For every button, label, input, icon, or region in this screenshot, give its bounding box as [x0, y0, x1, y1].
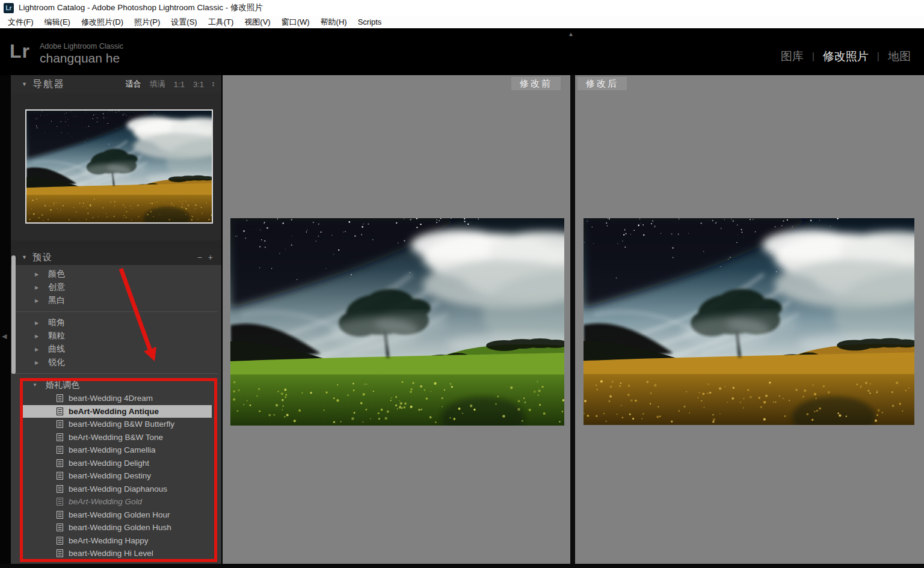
- bottom-panel-edge[interactable]: [0, 564, 924, 568]
- module-develop[interactable]: 修改照片: [821, 49, 871, 64]
- preset-item-3[interactable]: beArt-Wedding B&W Tone: [22, 431, 212, 444]
- preset-list-divider: [14, 373, 218, 374]
- preset-item-10[interactable]: beart-Wedding Golden Hush: [22, 521, 212, 534]
- collapsed-arrow-icon[interactable]: ▶: [35, 272, 48, 277]
- collapsed-arrow-icon[interactable]: ▶: [35, 320, 48, 326]
- preset-item-0[interactable]: beart-Wedding 4Dream: [22, 392, 212, 405]
- preset-item-1[interactable]: beArt-Wedding Antique: [22, 405, 212, 418]
- preset-groups-b: ▶暗角▶颗粒▶曲线▶锐化: [11, 316, 221, 369]
- menu-item-5[interactable]: 工具(T): [203, 17, 239, 28]
- preset-group-b-3[interactable]: ▶锐化: [11, 356, 221, 369]
- presets-title: 预设: [32, 252, 53, 263]
- collapsed-arrow-icon[interactable]: ▶: [35, 360, 48, 365]
- module-separator: |: [812, 51, 815, 62]
- preset-icon: [57, 420, 63, 428]
- module-separator: |: [877, 51, 879, 62]
- after-photo[interactable]: [584, 218, 914, 425]
- preset-folder-wedding[interactable]: ▼ 婚礼调色: [11, 378, 221, 392]
- remove-preset-button[interactable]: −: [197, 252, 202, 262]
- preset-item-label: beArt-Wedding Antique: [69, 407, 159, 416]
- menu-item-7[interactable]: 窗口(W): [276, 17, 315, 28]
- module-picker: 图库|修改照片|地图: [778, 49, 913, 64]
- preset-group-label: 创意: [48, 282, 65, 293]
- preset-item-label: beart-Wedding Golden Hour: [69, 510, 170, 519]
- zoom-option-0[interactable]: 适合: [126, 79, 141, 90]
- preset-icon: [57, 498, 63, 505]
- preset-item-7[interactable]: beart-Wedding Diaphanous: [22, 483, 212, 496]
- menu-item-9[interactable]: Scripts: [353, 17, 387, 26]
- menu-item-8[interactable]: 帮助(H): [315, 17, 353, 28]
- preset-group-label: 暗角: [48, 317, 65, 328]
- pane-divider: [570, 75, 575, 564]
- navigator-preview-zone: [11, 93, 221, 240]
- before-label-badge: 修改前: [511, 77, 561, 90]
- preset-item-2[interactable]: beart-Wedding B&W Butterfly: [22, 418, 212, 431]
- zoom-option-1[interactable]: 填满: [150, 79, 165, 90]
- lightroom-app-icon: Lr: [4, 3, 14, 13]
- preset-icon: [57, 537, 63, 545]
- preset-group-b-2[interactable]: ▶曲线: [11, 343, 221, 356]
- preset-group-b-0[interactable]: ▶暗角: [11, 316, 221, 329]
- collapsed-arrow-icon[interactable]: ▶: [35, 298, 48, 304]
- preset-item-6[interactable]: beart-Wedding Destiny: [22, 469, 212, 483]
- preset-item-label: beart-Wedding Camellia: [69, 445, 156, 454]
- zoom-ratio-selector-icon[interactable]: ▴▾: [212, 81, 214, 87]
- add-preset-button[interactable]: +: [208, 252, 213, 262]
- preset-group-a-2[interactable]: ▶黑白: [11, 294, 221, 307]
- preset-group-label: 黑白: [48, 295, 65, 306]
- preset-group-a-0[interactable]: ▶颜色: [11, 267, 221, 281]
- preset-item-5[interactable]: beart-Wedding Delight: [22, 457, 212, 470]
- preset-item-label: beart-Wedding B&W Butterfly: [69, 420, 174, 429]
- preset-item-9[interactable]: beart-Wedding Golden Hour: [22, 508, 212, 522]
- collapse-top-panel-icon[interactable]: ▲: [568, 31, 574, 37]
- preset-icon: [57, 524, 63, 531]
- left-panel-edge[interactable]: ◀: [0, 75, 11, 568]
- zoom-option-2[interactable]: 1:1: [174, 80, 185, 89]
- navigator-zoom-options: 适合填满1:13:1▴▾: [126, 79, 214, 90]
- presets-panel-header[interactable]: ▼ 预设 − +: [11, 249, 221, 265]
- after-label-badge: 修改后: [578, 77, 627, 90]
- menu-item-2[interactable]: 修改照片(D): [76, 17, 129, 28]
- collapsed-arrow-icon[interactable]: ▶: [35, 347, 48, 352]
- menu-item-1[interactable]: 编辑(E): [39, 17, 76, 28]
- preset-item-8[interactable]: beArt-Wedding Gold: [22, 495, 212, 508]
- preset-item-label: beart-Wedding Destiny: [69, 471, 151, 480]
- preset-item-label: beArt-Wedding Gold: [69, 497, 142, 506]
- preset-icon: [57, 459, 63, 467]
- panel-gap: [11, 240, 221, 249]
- preset-item-4[interactable]: beart-Wedding Camellia: [22, 444, 212, 457]
- folder-expanded-icon[interactable]: ▼: [32, 382, 46, 388]
- collapsed-arrow-icon[interactable]: ▶: [35, 334, 48, 339]
- menu-item-0[interactable]: 文件(F): [2, 17, 39, 28]
- preset-item-label: beArt-Wedding B&W Tone: [69, 433, 163, 442]
- preset-icon: [57, 433, 63, 441]
- menu-item-3[interactable]: 照片(P): [129, 17, 165, 28]
- left-panel-scrollbar[interactable]: [11, 255, 16, 374]
- zoom-option-3[interactable]: 3:1: [193, 80, 204, 89]
- preset-group-label: 曲线: [48, 344, 65, 355]
- menu-item-6[interactable]: 视图(V): [239, 17, 276, 28]
- preset-folder-label: 婚礼调色: [46, 380, 79, 391]
- presets-collapse-icon[interactable]: ▼: [22, 254, 32, 260]
- preset-group-a-1[interactable]: ▶创意: [11, 281, 221, 294]
- collapse-left-panel-icon[interactable]: ◀: [2, 332, 7, 340]
- menu-item-4[interactable]: 设置(S): [165, 17, 202, 28]
- preset-icon: [57, 408, 63, 415]
- preset-item-11[interactable]: beArt-Wedding Happy: [22, 534, 212, 548]
- preset-item-12[interactable]: beart-Wedding Hi Level: [22, 547, 212, 560]
- navigator-panel-header[interactable]: ▼ 导航器 适合填满1:13:1▴▾: [11, 75, 221, 93]
- preset-item-label: beart-Wedding Diaphanous: [69, 484, 167, 493]
- preset-list: ▶颜色▶创意▶黑白 ▶暗角▶颗粒▶曲线▶锐化 ▼ 婚礼调色 beart-Wedd…: [11, 265, 221, 568]
- navigator-thumbnail[interactable]: [25, 109, 213, 224]
- preset-list-divider: [14, 311, 218, 312]
- lightroom-logo: Lr: [10, 40, 30, 63]
- preset-group-b-1[interactable]: ▶颗粒: [11, 329, 221, 343]
- module-library[interactable]: 图库: [778, 49, 806, 64]
- collapsed-arrow-icon[interactable]: ▶: [35, 285, 48, 290]
- navigator-collapse-icon[interactable]: ▼: [22, 81, 32, 87]
- preset-icon: [57, 485, 63, 493]
- preset-group-label: 颗粒: [48, 331, 65, 341]
- before-photo[interactable]: [230, 218, 564, 426]
- identity-plate: Adobe Lightroom Classic changquan he: [40, 42, 123, 66]
- module-map[interactable]: 地图: [886, 49, 913, 64]
